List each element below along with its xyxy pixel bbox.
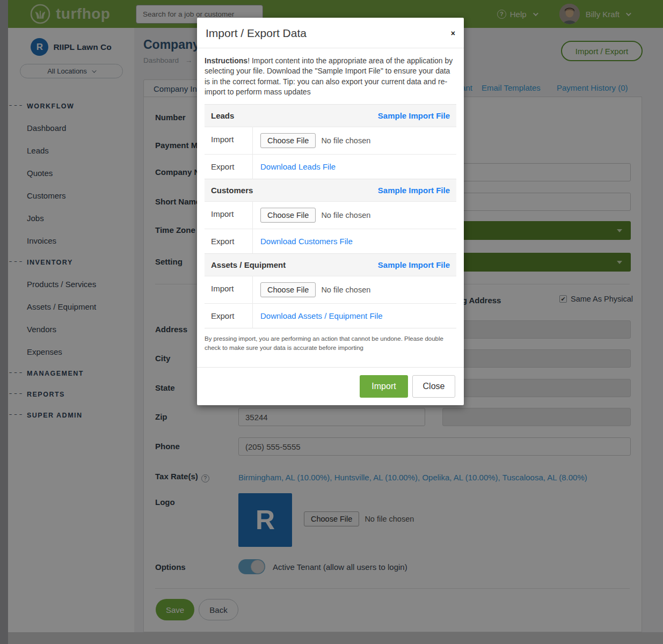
import-row-label: Import: [205, 202, 253, 229]
choose-file-button[interactable]: Choose File: [260, 282, 316, 297]
section-header-customers: Customers Sample Import File: [205, 179, 456, 201]
sample-import-file-link[interactable]: Sample Import File: [378, 186, 450, 195]
section-title: Leads: [211, 111, 234, 120]
download-customers-file-link[interactable]: Download Customers File: [260, 237, 353, 246]
sample-import-file-link[interactable]: Sample Import File: [378, 111, 450, 120]
export-row-label: Export: [205, 155, 253, 179]
section-header-assets-equipment: Assets / Equipment Sample Import File: [205, 253, 456, 276]
no-file-chosen-text: No file chosen: [321, 211, 370, 219]
download-assets-equipment-file-link[interactable]: Download Assets / Equipment File: [260, 311, 383, 320]
choose-file-button[interactable]: Choose File: [260, 208, 316, 223]
sample-import-file-link[interactable]: Sample Import File: [378, 260, 450, 269]
import-button[interactable]: Import: [360, 375, 408, 398]
modal-title: Import / Export Data: [206, 27, 455, 40]
leads-export-row: Export Download Leads File: [205, 154, 456, 179]
modal-header: Import / Export Data ×: [197, 18, 464, 48]
import-export-modal: Import / Export Data × Instructions! Imp…: [197, 18, 464, 405]
customers-export-row: Export Download Customers File: [205, 229, 456, 253]
section-title: Assets / Equipment: [211, 260, 286, 269]
download-leads-file-link[interactable]: Download Leads File: [260, 162, 336, 171]
app-screen: turfhop ? Help Billy Kraft R RIIPL: [0, 0, 663, 644]
import-warning-text: By pressing import, you are performing a…: [205, 334, 456, 352]
close-button[interactable]: Close: [412, 375, 455, 398]
customers-import-row: Import Choose File No file chosen: [205, 201, 456, 229]
import-row-label: Import: [205, 127, 253, 154]
import-row-label: Import: [205, 276, 253, 303]
no-file-chosen-text: No file chosen: [321, 136, 370, 145]
modal-body: Instructions! Import content into the ap…: [197, 48, 464, 360]
close-icon[interactable]: ×: [451, 30, 455, 37]
section-title: Customers: [211, 186, 253, 195]
assets-export-row: Export Download Assets / Equipment File: [205, 303, 456, 328]
leads-import-row: Import Choose File No file chosen: [205, 127, 456, 154]
no-file-chosen-text: No file chosen: [321, 286, 370, 294]
export-row-label: Export: [205, 304, 253, 328]
modal-footer: Import Close: [197, 367, 464, 405]
export-row-label: Export: [205, 229, 253, 253]
choose-file-button[interactable]: Choose File: [260, 133, 316, 148]
import-export-table: Leads Sample Import File Import Choose F…: [205, 104, 456, 328]
assets-import-row: Import Choose File No file chosen: [205, 276, 456, 303]
section-header-leads: Leads Sample Import File: [205, 104, 456, 127]
modal-instructions: Instructions! Import content into the ap…: [205, 56, 456, 97]
